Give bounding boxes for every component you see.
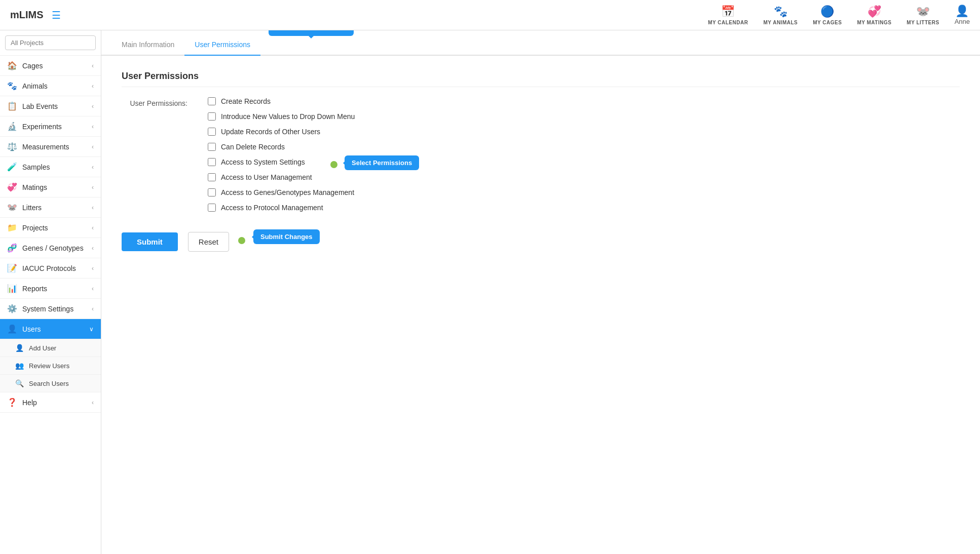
- chevron-icon: ‹: [92, 62, 94, 69]
- sidebar-item-cages[interactable]: 🏠 Cages ‹: [0, 56, 101, 76]
- checkbox-update-records[interactable]: [208, 128, 216, 136]
- sidebar-subitem-search-users[interactable]: 🔍 Search Users: [0, 375, 101, 392]
- checkbox-create-records[interactable]: [208, 97, 216, 105]
- permission-item-access-system: Access to System Settings Select Permiss…: [208, 158, 355, 166]
- header: mLIMS ☰ 📅 MY CALENDAR 🐾 MY ANIMALS 🔵 MY …: [0, 0, 980, 30]
- nav-cages[interactable]: 🔵 MY CAGES: [813, 5, 842, 25]
- sidebar-subitem-review-users[interactable]: 👥 Review Users: [0, 357, 101, 375]
- help-sidebar-icon: ❓: [7, 398, 17, 407]
- nav-matings-label: MY MATINGS: [857, 20, 891, 25]
- reset-button[interactable]: Reset: [188, 232, 229, 252]
- sidebar-item-measurements[interactable]: ⚖️ Measurements ‹: [0, 137, 101, 157]
- chevron-icon: ‹: [92, 285, 94, 292]
- tab-main-information-label: Main Information: [122, 41, 174, 49]
- permission-item-access-genes: Access to Genes/Genotypes Management: [208, 188, 355, 196]
- iacuc-sidebar-icon: 📝: [7, 263, 17, 273]
- chevron-icon: ‹: [92, 143, 94, 150]
- sidebar-item-users[interactable]: 👤 Users ∨: [0, 319, 101, 339]
- header-right: 📅 MY CALENDAR 🐾 MY ANIMALS 🔵 MY CAGES 💞 …: [708, 5, 970, 25]
- nav-animals-label: MY ANIMALS: [763, 20, 798, 25]
- review-users-icon: 👥: [15, 362, 24, 370]
- permission-label-access-protocol: Access to Protocol Management: [221, 204, 323, 212]
- permission-item-access-protocol: Access to Protocol Management: [208, 204, 355, 212]
- checkbox-introduce-values[interactable]: [208, 112, 216, 121]
- matings-icon: 💞: [868, 5, 882, 18]
- measurements-sidebar-icon: ⚖️: [7, 142, 17, 151]
- chevron-icon: ‹: [92, 123, 94, 130]
- chevron-icon: ‹: [92, 224, 94, 231]
- sidebar-label-experiments: Experiments: [22, 123, 62, 131]
- sidebar-item-lab-events[interactable]: 📋 Lab Events ‹: [0, 96, 101, 116]
- checkbox-can-delete[interactable]: [208, 143, 216, 151]
- chevron-icon: ‹: [92, 103, 94, 110]
- users-subitems: 👤 Add User 👥 Review Users 🔍 Search Users: [0, 339, 101, 392]
- sidebar-label-users: Users: [22, 325, 41, 333]
- nav-animals[interactable]: 🐾 MY ANIMALS: [763, 5, 798, 25]
- sidebar-subitem-add-user[interactable]: 👤 Add User: [0, 339, 101, 357]
- checkbox-access-system[interactable]: [208, 158, 216, 166]
- search-users-icon: 🔍: [15, 379, 24, 387]
- submit-changes-dot: [237, 236, 246, 245]
- sidebar-item-animals[interactable]: 🐾 Animals ‹: [0, 76, 101, 96]
- user-icon: 👤: [955, 5, 969, 18]
- samples-sidebar-icon: 🧪: [7, 162, 17, 172]
- permission-label-can-delete: Can Delete Records: [221, 143, 285, 151]
- sidebar-item-projects[interactable]: 📁 Projects ‹: [0, 218, 101, 238]
- permission-label-update-records: Update Records of Other Users: [221, 128, 320, 136]
- checkbox-access-genes[interactable]: [208, 188, 216, 196]
- user-menu[interactable]: 👤 Anne: [955, 5, 970, 25]
- system-settings-sidebar-icon: ⚙️: [7, 304, 17, 313]
- permission-label-create-records: Create Records: [221, 97, 271, 105]
- permission-label-access-system: Access to System Settings: [221, 158, 305, 166]
- permission-item-update-records: Update Records of Other Users: [208, 128, 355, 136]
- chevron-icon: ‹: [92, 164, 94, 171]
- sidebar-label-measurements: Measurements: [22, 143, 69, 151]
- nav-calendar-label: MY CALENDAR: [708, 20, 748, 25]
- search-users-label: Search Users: [29, 380, 69, 387]
- chevron-icon: ‹: [92, 83, 94, 90]
- sidebar-label-matings: Matings: [22, 183, 47, 191]
- sidebar-item-reports[interactable]: 📊 Reports ‹: [0, 279, 101, 299]
- permissions-list: Create Records Introduce New Values to D…: [208, 97, 355, 212]
- review-users-label: Review Users: [29, 362, 69, 370]
- sidebar-item-experiments[interactable]: 🔬 Experiments ‹: [0, 116, 101, 137]
- permission-label-access-genes: Access to Genes/Genotypes Management: [221, 188, 354, 196]
- nav-litters[interactable]: 🐭 MY LITTERS: [907, 5, 939, 25]
- select-permissions-dot: [329, 160, 338, 169]
- permission-label-introduce-values: Introduce New Values to Drop Down Menu: [221, 112, 355, 121]
- sidebar-item-samples[interactable]: 🧪 Samples ‹: [0, 157, 101, 177]
- tab-main-information[interactable]: Main Information: [111, 33, 184, 56]
- hamburger-menu[interactable]: ☰: [52, 9, 61, 21]
- section-title: User Permissions: [122, 71, 960, 87]
- submit-changes-tooltip: Submit Changes: [253, 229, 320, 244]
- add-user-label: Add User: [29, 344, 56, 352]
- checkbox-access-protocol[interactable]: [208, 204, 216, 212]
- project-search-input[interactable]: [5, 35, 96, 50]
- chevron-down-icon: ∨: [89, 326, 94, 333]
- submit-button[interactable]: Submit: [122, 232, 178, 251]
- animals-sidebar-icon: 🐾: [7, 81, 17, 91]
- chevron-icon: ‹: [92, 245, 94, 252]
- tab-user-permissions[interactable]: User Permissions: [184, 33, 260, 56]
- calendar-icon: 📅: [721, 5, 735, 18]
- checkbox-access-user-mgmt[interactable]: [208, 173, 216, 181]
- sidebar-label-genes: Genes / Genotypes: [22, 244, 84, 252]
- sidebar-item-litters[interactable]: 🐭 Litters ‹: [0, 197, 101, 218]
- litters-icon: 🐭: [916, 5, 930, 18]
- sidebar-item-help[interactable]: ❓ Help ‹: [0, 392, 101, 413]
- tab-user-permissions-label: User Permissions: [195, 41, 250, 49]
- permissions-row: User Permissions: Create Records Introdu…: [122, 97, 960, 212]
- cages-icon: 🔵: [820, 5, 835, 18]
- content-area: User Permissions User Permissions: Creat…: [101, 56, 980, 267]
- sidebar-item-matings[interactable]: 💞 Matings ‹: [0, 177, 101, 197]
- sidebar-item-system-settings[interactable]: ⚙️ System Settings ‹: [0, 299, 101, 319]
- permission-item-create-records: Create Records: [208, 97, 355, 105]
- chevron-icon: ‹: [92, 305, 94, 312]
- nav-calendar[interactable]: 📅 MY CALENDAR: [708, 5, 748, 25]
- app-logo: mLIMS: [10, 9, 44, 21]
- sidebar-item-iacuc[interactable]: 📝 IACUC Protocols ‹: [0, 258, 101, 279]
- sidebar-item-genes[interactable]: 🧬 Genes / Genotypes ‹: [0, 238, 101, 258]
- animals-icon: 🐾: [774, 5, 788, 18]
- nav-matings[interactable]: 💞 MY MATINGS: [857, 5, 891, 25]
- matings-sidebar-icon: 💞: [7, 182, 17, 192]
